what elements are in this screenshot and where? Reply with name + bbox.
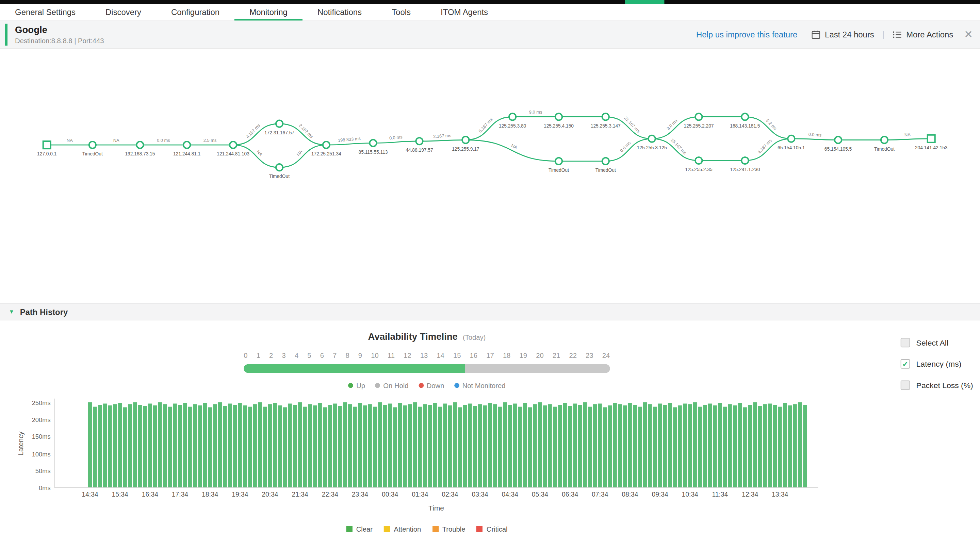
topology-node[interactable] [788, 135, 795, 142]
time-range-selector[interactable]: Last 24 hours [825, 30, 874, 39]
latency-bar[interactable] [388, 404, 392, 487]
latency-bar[interactable] [298, 402, 302, 487]
latency-bar[interactable] [413, 402, 417, 487]
latency-bar[interactable] [488, 403, 492, 487]
topology-node[interactable] [462, 137, 469, 143]
latency-bar[interactable] [458, 407, 462, 487]
latency-bar[interactable] [138, 405, 142, 487]
latency-bar[interactable] [648, 404, 652, 487]
latency-bar[interactable] [553, 407, 557, 487]
latency-bar[interactable] [798, 402, 802, 487]
more-actions-icon[interactable] [892, 30, 902, 38]
latency-bar[interactable] [498, 407, 502, 487]
latency-bar[interactable] [313, 406, 317, 487]
latency-bar[interactable] [178, 405, 182, 487]
latency-bar[interactable] [633, 405, 637, 487]
latency-bar[interactable] [738, 403, 742, 487]
latency-bar[interactable] [783, 403, 787, 487]
latency-bar[interactable] [803, 405, 807, 487]
topology-node[interactable] [137, 141, 143, 148]
metric-toggle-latency-ms[interactable]: ✓Latency (ms) [901, 359, 973, 369]
latency-bar[interactable] [718, 403, 722, 487]
topology-node[interactable] [602, 113, 609, 120]
metric-toggle-packet-loss[interactable]: Packet Loss (%) [901, 381, 973, 390]
latency-bar[interactable] [568, 406, 572, 487]
latency-bar[interactable] [338, 406, 342, 487]
latency-bar[interactable] [763, 404, 767, 487]
latency-bar[interactable] [168, 407, 172, 487]
topology-node[interactable] [602, 158, 609, 165]
tab-monitoring[interactable]: Monitoring [234, 4, 302, 20]
latency-bar[interactable] [583, 402, 587, 487]
latency-bar[interactable] [128, 404, 132, 487]
latency-bar[interactable] [668, 403, 672, 487]
latency-bar[interactable] [768, 404, 772, 487]
latency-bar[interactable] [453, 402, 457, 487]
latency-bar[interactable] [793, 404, 797, 487]
latency-bar[interactable] [578, 405, 582, 487]
availability-timeline-bar[interactable] [243, 364, 610, 373]
latency-bar[interactable] [333, 404, 337, 487]
latency-bar[interactable] [523, 403, 527, 487]
latency-bar[interactable] [538, 402, 542, 487]
latency-bar[interactable] [373, 407, 377, 487]
latency-bar[interactable] [618, 404, 622, 487]
latency-bar[interactable] [588, 407, 592, 487]
latency-bar[interactable] [743, 407, 747, 487]
latency-bar[interactable] [723, 407, 727, 487]
latency-bar[interactable] [468, 404, 472, 487]
latency-bar[interactable] [418, 407, 422, 487]
latency-bar[interactable] [133, 402, 137, 487]
latency-bar[interactable] [613, 403, 617, 487]
close-icon[interactable]: × [964, 29, 972, 39]
latency-bar[interactable] [293, 405, 297, 487]
latency-bar[interactable] [228, 404, 232, 487]
topology-node[interactable] [741, 113, 748, 120]
latency-bar[interactable] [93, 407, 97, 487]
latency-bar[interactable] [423, 404, 427, 487]
topology-node[interactable] [323, 141, 330, 148]
latency-bar[interactable] [203, 403, 207, 487]
latency-bar[interactable] [263, 407, 267, 487]
metric-toggle-select-all[interactable]: Select All [901, 338, 973, 348]
latency-bar[interactable] [703, 405, 707, 487]
latency-bar[interactable] [378, 402, 382, 487]
latency-bar[interactable] [638, 407, 642, 487]
latency-bar[interactable] [308, 404, 312, 487]
latency-bar[interactable] [493, 404, 497, 487]
latency-bar[interactable] [428, 405, 432, 487]
latency-bar[interactable] [693, 402, 697, 487]
latency-bar[interactable] [363, 405, 367, 487]
tab-tools[interactable]: Tools [377, 4, 426, 20]
latency-bar[interactable] [303, 407, 307, 487]
latency-bar[interactable] [288, 404, 292, 487]
topology-node[interactable] [881, 137, 888, 143]
latency-bar[interactable] [708, 404, 712, 487]
latency-bar[interactable] [148, 404, 152, 487]
latency-bar[interactable] [253, 404, 257, 487]
latency-bar[interactable] [223, 406, 227, 487]
latency-bar[interactable] [688, 404, 692, 487]
latency-bar[interactable] [623, 406, 627, 487]
latency-bar[interactable] [323, 407, 327, 487]
latency-bar[interactable] [193, 404, 197, 487]
latency-bar[interactable] [563, 403, 567, 487]
latency-bar[interactable] [753, 402, 757, 487]
latency-bar[interactable] [163, 404, 167, 487]
latency-bar[interactable] [213, 404, 217, 487]
latency-bar[interactable] [153, 405, 157, 487]
latency-bar[interactable] [438, 407, 442, 487]
latency-bar[interactable] [233, 405, 237, 487]
latency-bar[interactable] [218, 402, 222, 487]
path-history-section-header[interactable]: ▼ Path History [0, 303, 980, 320]
latency-bar[interactable] [463, 405, 467, 487]
topology-node[interactable] [230, 141, 237, 148]
latency-bar[interactable] [348, 404, 352, 487]
latency-bar[interactable] [443, 404, 447, 487]
topology-node[interactable] [649, 135, 655, 142]
latency-bar[interactable] [663, 405, 667, 487]
topology-node[interactable] [835, 137, 842, 143]
latency-bar[interactable] [118, 403, 122, 487]
latency-bar[interactable] [158, 402, 162, 487]
latency-bar[interactable] [678, 406, 682, 487]
